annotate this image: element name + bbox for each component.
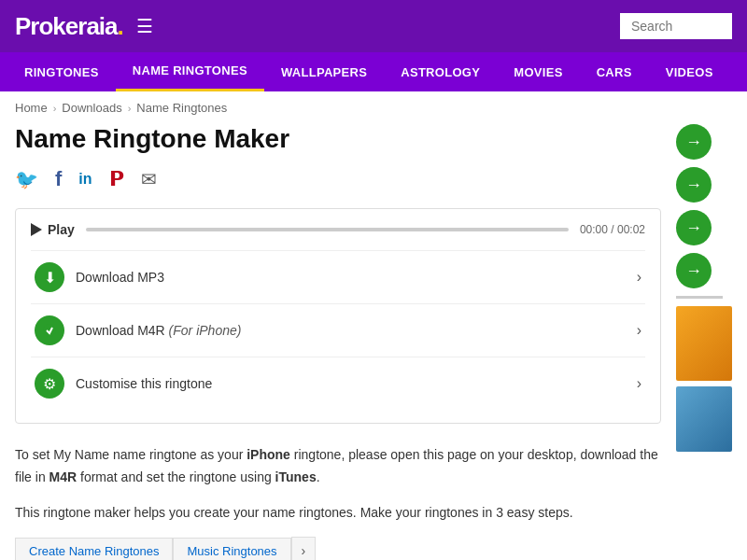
customise-label: Customise this ringtone (76, 376, 626, 391)
sidebar-image-2 (676, 386, 732, 452)
hamburger-icon[interactable]: ☰ (136, 15, 153, 37)
page-title: Name Ringtone Maker (15, 124, 661, 154)
logo[interactable]: Prokeraia. (15, 12, 123, 41)
description-para2: This ringtone maker helps you create you… (15, 502, 661, 525)
twitter-icon[interactable]: 🐦 (15, 168, 38, 190)
nav-item-astrology[interactable]: ASTROLOGY (384, 52, 497, 91)
breadcrumb-home[interactable]: Home (15, 101, 48, 115)
header: Prokeraia. ☰ (0, 0, 747, 52)
nav-item-bolly[interactable]: BOLLY... (730, 52, 747, 91)
m4r-chevron-icon: › (637, 322, 641, 339)
email-icon[interactable]: ✉ (141, 168, 157, 190)
sidebar-arrow-2[interactable]: → (676, 167, 712, 203)
sidebar: → → → → (676, 124, 732, 560)
tabs-next-arrow[interactable]: › (291, 537, 317, 560)
logo-dot: . (118, 12, 123, 40)
sidebar-image-1 (676, 306, 732, 381)
breadcrumb: Home › Downloads › Name Ringtones (0, 91, 747, 124)
customise-icon: ⚙ (35, 369, 64, 399)
breadcrumb-sep-2: › (128, 103, 132, 114)
sidebar-arrow-3[interactable]: → (676, 210, 712, 245)
main-content: Name Ringtone Maker 🐦 f in 𝗣 ✉ Play 00:0… (15, 124, 676, 560)
time-display: 00:00 / 00:02 (580, 223, 645, 236)
breadcrumb-sep-1: › (53, 103, 57, 114)
main-nav: RINGTONES NAME RINGTONES WALLPAPERS ASTR… (0, 52, 747, 91)
download-mp3-icon: ⬇ (35, 262, 64, 292)
pinterest-icon[interactable]: 𝗣 (109, 167, 124, 191)
player-row: Play 00:00 / 00:02 (31, 222, 645, 237)
social-icons: 🐦 f in 𝗣 ✉ (15, 167, 661, 191)
customise-chevron-icon: › (637, 375, 641, 392)
nav-item-wallpapers[interactable]: WALLPAPERS (264, 52, 384, 91)
tab-create-name-ringtones[interactable]: Create Name Ringtones (15, 538, 173, 560)
customise-row[interactable]: ⚙ Customise this ringtone › (31, 357, 645, 410)
play-button[interactable]: Play (31, 222, 75, 237)
nav-item-movies[interactable]: MOVIES (497, 52, 579, 91)
nav-item-videos[interactable]: VIDEOS (649, 52, 730, 91)
sidebar-arrow-1[interactable]: → (676, 124, 712, 160)
download-mp3-label: Download MP3 (76, 270, 626, 285)
main-layout: Name Ringtone Maker 🐦 f in 𝗣 ✉ Play 00:0… (0, 124, 747, 560)
progress-bar[interactable] (86, 228, 569, 231)
linkedin-icon[interactable]: in (78, 171, 92, 188)
sidebar-divider (676, 296, 723, 299)
breadcrumb-current: Name Ringtones (136, 101, 227, 115)
download-m4r-label: Download M4R (For iPhone) (76, 323, 626, 338)
facebook-icon[interactable]: f (55, 167, 62, 191)
description-para1: To set My Name name ringtone as your iPh… (15, 444, 661, 489)
nav-item-cars[interactable]: CARS (580, 52, 649, 91)
download-m4r-icon (35, 315, 64, 345)
svg-point-0 (43, 324, 56, 337)
nav-item-name-ringtones[interactable]: NAME RINGTONES (116, 52, 264, 91)
play-triangle-icon (31, 223, 42, 236)
header-left: Prokeraia. ☰ (15, 12, 153, 41)
bottom-tabs: Create Name Ringtones Music Ringtones › (15, 537, 661, 560)
download-m4r-row[interactable]: Download M4R (For iPhone) › (31, 303, 645, 357)
tab-music-ringtones[interactable]: Music Ringtones (173, 538, 290, 560)
sidebar-arrow-4[interactable]: → (676, 253, 712, 288)
download-mp3-row[interactable]: ⬇ Download MP3 › (31, 250, 645, 303)
search-input[interactable] (620, 13, 732, 39)
nav-item-ringtones[interactable]: RINGTONES (7, 52, 116, 91)
mp3-chevron-icon: › (637, 269, 641, 286)
player-box: Play 00:00 / 00:02 ⬇ Download MP3 › Down… (15, 208, 661, 424)
breadcrumb-downloads[interactable]: Downloads (62, 101, 121, 115)
